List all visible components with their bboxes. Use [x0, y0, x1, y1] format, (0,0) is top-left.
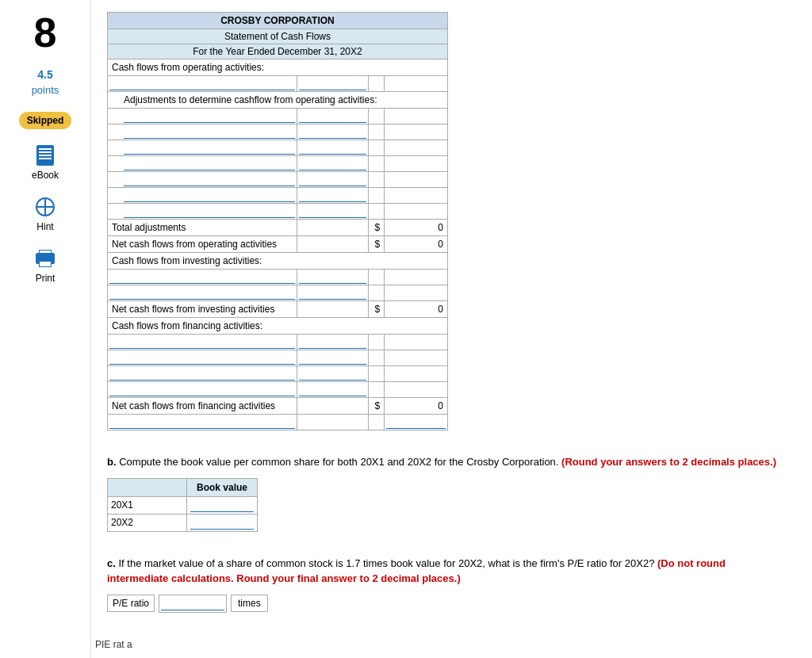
- operating-label: Cash flows from operating activities:: [108, 59, 448, 76]
- adj-desc-4[interactable]: [124, 157, 295, 170]
- operating-input-row-1: [108, 76, 448, 92]
- inv-desc-2[interactable]: [109, 286, 295, 300]
- operating-val-1[interactable]: [299, 77, 366, 90]
- pe-ratio-input[interactable]: [161, 597, 224, 610]
- ebook-label: eBook: [32, 170, 59, 181]
- net-financing-value: 0: [385, 398, 448, 415]
- part-c-section: c. If the market value of a share of com…: [107, 556, 788, 613]
- fin-desc-4[interactable]: [109, 383, 295, 396]
- fin-row-2: [108, 350, 448, 366]
- pe-ratio-label: P/E ratio: [107, 595, 155, 612]
- investing-label: Cash flows from investing activities:: [108, 253, 448, 270]
- book-value-empty-header: [108, 478, 187, 496]
- sidebar: 8 4.5 points Skipped eBook Hint: [0, 0, 91, 658]
- main-content: CROSBY CORPORATION Statement of Cash Flo…: [91, 0, 812, 658]
- points-section: 4.5 points: [32, 67, 59, 98]
- net-operating-value: 0: [385, 236, 448, 253]
- part-b-instruction: (Round your answers to 2 decimals places…: [561, 456, 776, 468]
- adjustments-header-row: Adjustments to determine cashflow from o…: [108, 92, 448, 109]
- net-investing-row: Net cash flows from investing activities…: [108, 301, 448, 318]
- financing-header-row: Cash flows from financing activities:: [108, 318, 448, 335]
- part-b-label: b.: [107, 456, 117, 468]
- adj-desc-5[interactable]: [124, 173, 295, 186]
- adj-row-6: [108, 188, 448, 204]
- final-row: [108, 415, 448, 430]
- book-value-20x1-input[interactable]: [190, 499, 254, 512]
- fin-val-4[interactable]: [299, 383, 366, 396]
- inv-val-2[interactable]: [299, 286, 366, 300]
- print-label: Print: [36, 273, 56, 284]
- adj-val-7[interactable]: [299, 205, 366, 218]
- company-header-row: CROSBY CORPORATION: [108, 13, 448, 29]
- adj-row-5: [108, 172, 448, 188]
- fin-desc-1[interactable]: [109, 335, 295, 349]
- book-value-table: Book value 20X1 20X2: [107, 478, 258, 532]
- statement-table: CROSBY CORPORATION Statement of Cash Flo…: [107, 12, 448, 430]
- net-operating-label: Net cash flows from operating activities: [108, 236, 297, 253]
- adj-desc-3[interactable]: [124, 141, 295, 155]
- footer-pie-rat-a: PIE rat a: [95, 639, 132, 650]
- net-financing-label: Net cash flows from financing activities: [108, 398, 297, 415]
- points-value: 4.5: [32, 67, 59, 83]
- adj-val-1[interactable]: [299, 109, 366, 123]
- fin-desc-3[interactable]: [109, 367, 295, 381]
- total-adj-dollar: $: [369, 220, 385, 236]
- pe-ratio-input-wrapper: [159, 595, 227, 613]
- statement-container: CROSBY CORPORATION Statement of Cash Flo…: [107, 12, 448, 430]
- operating-desc-1[interactable]: [109, 77, 295, 90]
- adj-val-4[interactable]: [299, 157, 366, 170]
- inv-row-1: [108, 270, 448, 285]
- hint-tool[interactable]: Hint: [33, 195, 57, 232]
- net-investing-value: 0: [385, 301, 448, 318]
- book-value-header-row: Book value: [108, 478, 258, 496]
- statement-title-row: Statement of Cash Flows: [108, 29, 448, 44]
- ebook-tool[interactable]: eBook: [32, 143, 59, 181]
- points-label: points: [32, 83, 59, 98]
- net-operating-row: Net cash flows from operating activities…: [108, 236, 448, 253]
- globe-icon: [33, 195, 57, 219]
- period-row: For the Year Ended December 31, 20X2: [108, 44, 448, 59]
- net-investing-label: Net cash flows from investing activities: [108, 301, 297, 318]
- total-adjustments-value: 0: [385, 220, 448, 236]
- period-label: For the Year Ended December 31, 20X2: [108, 44, 448, 59]
- book-value-20x2-input[interactable]: [190, 516, 254, 530]
- fin-val-3[interactable]: [299, 367, 366, 381]
- adj-val-6[interactable]: [299, 189, 366, 202]
- fin-desc-2[interactable]: [109, 351, 295, 365]
- final-desc[interactable]: [109, 415, 295, 429]
- adj-val-2[interactable]: [299, 125, 366, 139]
- skipped-badge[interactable]: Skipped: [19, 112, 72, 129]
- print-icon: [33, 247, 57, 270]
- question-number: 8: [34, 12, 57, 53]
- part-c-main-text: If the market value of a share of common…: [118, 557, 654, 569]
- net-financing-row: Net cash flows from financing activities…: [108, 398, 448, 415]
- inv-val-1[interactable]: [299, 270, 366, 284]
- book-value-20x1-label: 20X1: [108, 496, 187, 514]
- final-val[interactable]: [386, 415, 446, 429]
- book-value-20x1-cell: [187, 496, 258, 514]
- print-tool[interactable]: Print: [33, 247, 57, 284]
- adj-desc-1[interactable]: [124, 109, 295, 123]
- statement-title: Statement of Cash Flows: [108, 29, 448, 44]
- pe-ratio-row: P/E ratio times: [107, 595, 788, 613]
- adj-val-3[interactable]: [299, 141, 366, 155]
- net-investing-dollar: $: [369, 301, 385, 318]
- part-b-text: b. Compute the book value per common sha…: [107, 454, 788, 470]
- adj-desc-7[interactable]: [124, 205, 295, 218]
- book-icon: [33, 143, 57, 167]
- book-value-20x2-label: 20X2: [108, 514, 187, 531]
- adj-desc-6[interactable]: [124, 189, 295, 202]
- adj-desc-2[interactable]: [124, 125, 295, 139]
- fin-val-2[interactable]: [299, 351, 366, 365]
- fin-row-4: [108, 382, 448, 398]
- pe-ratio-times: times: [231, 595, 268, 612]
- inv-desc-1[interactable]: [109, 270, 295, 284]
- book-value-20x2-cell: [187, 514, 258, 531]
- hint-label: Hint: [36, 221, 53, 232]
- part-c-text: c. If the market value of a share of com…: [107, 556, 788, 587]
- net-operating-dollar: $: [369, 236, 385, 253]
- adj-val-5[interactable]: [299, 173, 366, 186]
- financing-label: Cash flows from financing activities:: [108, 318, 448, 335]
- fin-val-1[interactable]: [299, 335, 366, 349]
- book-value-20x1-row: 20X1: [108, 496, 258, 514]
